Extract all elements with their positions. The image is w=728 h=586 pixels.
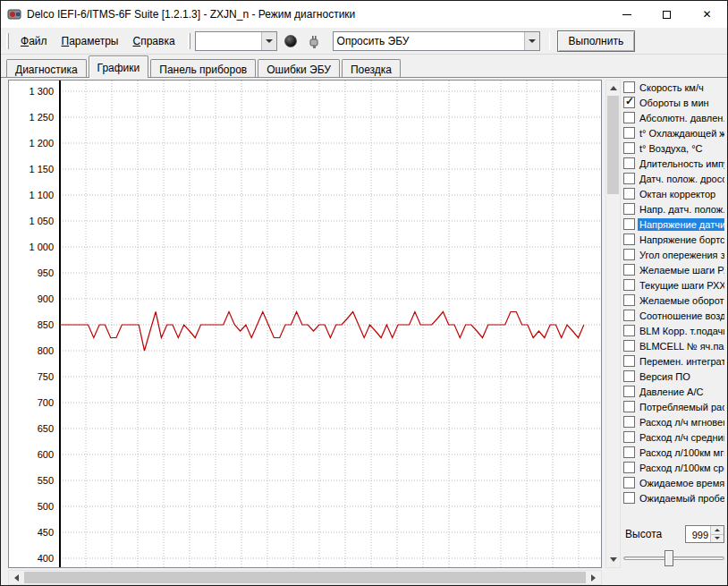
parameter-row[interactable]: Расход л/100км мгн <box>623 445 724 460</box>
scroll-up-button[interactable] <box>606 81 620 96</box>
menu-item-2[interactable]: Параметры <box>55 31 126 51</box>
chevron-down-icon[interactable] <box>524 32 539 50</box>
band-grip-icon[interactable] <box>6 33 9 49</box>
parameter-label[interactable]: BLM Корр. т.подачи <box>638 325 724 337</box>
execute-button[interactable]: Выполнить <box>557 30 636 52</box>
slider-thumb[interactable] <box>665 550 673 566</box>
parameter-label[interactable]: BLMCELL № яч.пам <box>638 340 724 352</box>
parameter-label[interactable]: Напряжение датчик <box>638 218 724 231</box>
height-value[interactable]: 999 <box>686 526 710 542</box>
command-combobox[interactable]: Опросить ЭБУ <box>333 31 540 51</box>
parameter-checkbox[interactable] <box>623 340 635 352</box>
parameter-checkbox[interactable] <box>623 142 635 154</box>
parameter-checkbox[interactable] <box>623 294 635 306</box>
parameter-label[interactable]: Расход л/ч мгновен <box>638 416 724 429</box>
parameter-checkbox[interactable] <box>623 401 635 412</box>
parameter-row[interactable]: Перемен. интеграто <box>623 353 724 369</box>
parameter-checkbox[interactable] <box>623 112 635 123</box>
parameter-row[interactable]: Потребляемый расх <box>623 399 724 414</box>
parameter-checkbox[interactable] <box>623 97 635 108</box>
parameter-row[interactable]: Желаемые обороты <box>623 293 724 308</box>
parameter-row[interactable]: Угол опережения за <box>623 247 724 262</box>
parameter-label[interactable]: t° Охлаждающей жи <box>638 127 724 140</box>
parameter-row[interactable]: Ожидаемое время р <box>623 475 724 490</box>
maximize-button[interactable] <box>647 1 687 28</box>
title-bar[interactable]: Delco IEFI-6/ITMS-6F Suite [1.2.1.3] - Z… <box>1 1 727 28</box>
parameter-label[interactable]: Обороты в мин <box>638 97 724 109</box>
parameter-checkbox[interactable] <box>623 492 635 504</box>
parameter-label[interactable]: Скорость км/ч <box>638 81 724 94</box>
parameter-row[interactable]: Расход л/ч средний <box>623 429 724 445</box>
parameter-row[interactable]: Давление А/С <box>623 384 724 399</box>
parameter-row[interactable]: Напр. датч. полож. д <box>623 201 724 217</box>
parameter-label[interactable]: t° Воздуха, °C <box>638 142 724 155</box>
spin-up-button[interactable] <box>711 526 724 535</box>
parameter-checkbox[interactable] <box>623 325 635 336</box>
parameter-row[interactable]: Соотношение возду <box>623 308 724 323</box>
parameter-label[interactable]: Давление А/С <box>638 386 724 398</box>
parameter-row[interactable]: Текущие шаги РХХ <box>623 277 724 293</box>
horizontal-scroll-track[interactable] <box>24 571 586 584</box>
tab-5[interactable]: Поездка <box>342 59 401 78</box>
parameter-row[interactable]: Обороты в мин <box>623 95 724 110</box>
parameter-checkbox[interactable] <box>623 203 635 215</box>
menu-item-3[interactable]: Справка <box>125 31 182 51</box>
parameter-row[interactable]: Напряжение датчик <box>623 217 724 232</box>
parameter-row[interactable]: Расход л/ч мгновен <box>623 414 724 429</box>
parameter-label[interactable]: Октан корректор <box>638 188 724 200</box>
parameter-label[interactable]: Абсолютн. давлен. в <box>638 112 724 124</box>
parameter-checkbox[interactable] <box>623 370 635 382</box>
horizontal-scroll-thumb[interactable] <box>24 572 586 583</box>
parameter-row[interactable]: Скорость км/ч <box>623 80 724 95</box>
tab-2[interactable]: Графики <box>89 55 149 78</box>
parameter-checkbox[interactable] <box>623 446 635 458</box>
parameter-checkbox[interactable] <box>623 81 635 93</box>
parameter-row[interactable]: Абсолютн. давлен. в <box>623 110 724 125</box>
parameter-label[interactable]: Ожидаемый пробег <box>638 492 724 505</box>
parameter-row[interactable]: BLMCELL № яч.пам <box>623 338 724 353</box>
tab-1[interactable]: Диагностика <box>6 59 87 78</box>
band-grip-icon[interactable] <box>188 33 190 49</box>
close-button[interactable]: ✕ <box>687 1 727 28</box>
chart-vertical-scrollbar[interactable] <box>605 80 621 568</box>
tab-3[interactable]: Панель приборов <box>150 59 256 78</box>
parameter-row[interactable]: Ожидаемый пробег <box>623 490 724 505</box>
scroll-left-button[interactable] <box>9 571 24 584</box>
parameter-row[interactable]: Датч. полож. дроссе <box>623 171 724 186</box>
parameter-label[interactable]: Желаемые шаги РХ <box>638 264 724 276</box>
parameter-checkbox[interactable] <box>623 218 635 230</box>
parameter-checkbox[interactable] <box>623 416 635 428</box>
tab-4[interactable]: Ошибки ЭБУ <box>258 59 340 78</box>
parameter-row[interactable]: Напряжение бортсе <box>623 232 724 247</box>
parameter-row[interactable]: Расход л/100км сре <box>623 460 724 475</box>
parameter-label[interactable]: Угол опережения за <box>638 249 724 261</box>
parameter-label[interactable]: Расход л/ч средний <box>638 431 724 444</box>
parameter-checkbox[interactable] <box>623 264 635 276</box>
parameter-checkbox[interactable] <box>623 249 635 260</box>
parameter-checkbox[interactable] <box>623 127 635 139</box>
parameter-checkbox[interactable] <box>623 279 635 291</box>
parameter-row[interactable]: Версия ПО <box>623 369 724 384</box>
height-spinner[interactable]: 999 <box>685 525 724 543</box>
height-slider[interactable] <box>623 548 724 568</box>
parameter-label[interactable]: Расход л/100км мгн <box>638 446 724 459</box>
parameter-checkbox[interactable] <box>623 234 635 245</box>
parameter-checkbox[interactable] <box>623 310 635 321</box>
parameter-label[interactable]: Потребляемый расх <box>638 401 724 413</box>
parameter-row[interactable]: Длительность импул <box>623 156 724 171</box>
parameter-row[interactable]: t° Воздуха, °C <box>623 140 724 156</box>
parameter-row[interactable]: t° Охлаждающей жи <box>623 125 724 140</box>
scroll-right-button[interactable] <box>586 571 601 584</box>
scroll-down-button[interactable] <box>606 552 620 567</box>
spin-down-button[interactable] <box>711 535 724 543</box>
parameter-checkbox[interactable] <box>623 188 635 200</box>
parameter-checkbox[interactable] <box>623 462 635 473</box>
parameter-label[interactable]: Напр. датч. полож. д <box>638 203 724 216</box>
parameter-label[interactable]: Расход л/100км сре <box>638 462 724 474</box>
chart-panel[interactable]: 1 3001 2501 2001 1501 1001 0501 00095090… <box>8 80 602 568</box>
parameter-label[interactable]: Версия ПО <box>638 370 724 383</box>
parameter-checkbox[interactable] <box>623 157 635 169</box>
parameter-label[interactable]: Длительность импул <box>638 157 724 170</box>
parameter-label[interactable]: Ожидаемое время р <box>638 477 724 489</box>
parameter-checkbox[interactable] <box>623 386 635 397</box>
